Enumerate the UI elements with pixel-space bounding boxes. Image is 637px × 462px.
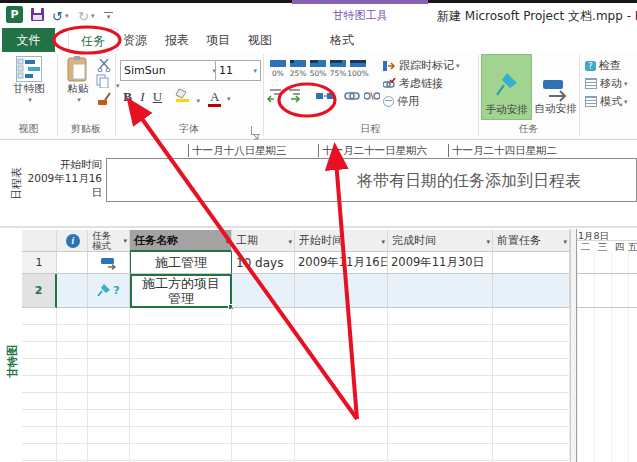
- move-icon: [585, 78, 597, 89]
- save-icon[interactable]: [31, 8, 44, 21]
- gantt-chart-body[interactable]: [577, 252, 637, 462]
- indent-task-button[interactable]: [287, 88, 304, 106]
- empty-task-grid[interactable]: [22, 308, 570, 461]
- row2-mode-cell[interactable]: ?: [88, 274, 130, 308]
- row2-predecessors-cell[interactable]: [493, 274, 570, 308]
- gantt-button-label: 甘特图: [13, 82, 45, 96]
- split-task-button[interactable]: [316, 90, 334, 105]
- percent-50-button[interactable]: 50%: [308, 58, 328, 78]
- active-task-name-cell[interactable]: 施工方的项目管理: [130, 274, 232, 308]
- unlink-icon: [364, 90, 380, 102]
- task-name-cell[interactable]: 施工管理: [130, 252, 232, 274]
- timescale-day: 四: [611, 241, 629, 252]
- row1-mode-cell[interactable]: [88, 252, 130, 274]
- undo-button[interactable]: ↺: [52, 7, 68, 25]
- task-finish-cell[interactable]: 2009年11月30日: [388, 252, 493, 274]
- dropdown-icon[interactable]: [484, 234, 490, 247]
- percent-25-button[interactable]: 25%: [288, 58, 308, 78]
- column-header-predecessors[interactable]: 前置任务: [493, 230, 570, 252]
- font-dialog-launcher-icon[interactable]: [251, 126, 260, 135]
- inspect-task-button[interactable]: ? 检查: [585, 58, 621, 73]
- ribbon-tab-bar: 文件 任务 资源 报表 项目 视图 格式: [0, 28, 637, 52]
- timescale-day: 三: [594, 241, 612, 252]
- font-name-combo[interactable]: SimSun: [120, 60, 220, 81]
- timeline-box[interactable]: 将带有日期的任务添加到日程表: [106, 158, 637, 202]
- task-duration-cell[interactable]: 10 days: [232, 252, 295, 274]
- row2-start-cell[interactable]: [295, 274, 388, 308]
- dropdown-icon[interactable]: [379, 234, 385, 247]
- format-painter-button[interactable]: [97, 91, 111, 110]
- tab-view[interactable]: 视图: [243, 28, 277, 52]
- info-icon: i: [66, 234, 80, 248]
- task-predecessors-cell[interactable]: [493, 252, 570, 274]
- underline-button[interactable]: U: [150, 89, 165, 105]
- tab-project[interactable]: 项目: [201, 28, 235, 52]
- respect-links-button[interactable]: 考虑链接: [383, 76, 443, 91]
- dropdown-icon[interactable]: [286, 234, 292, 247]
- link-tasks-button[interactable]: [344, 90, 360, 105]
- qat-customize-icon[interactable]: ▾: [104, 12, 113, 21]
- tab-resource[interactable]: 资源: [118, 28, 152, 52]
- timescale-day: 二: [577, 241, 595, 252]
- column-header-start[interactable]: 开始时间: [295, 230, 388, 252]
- link-icon: [344, 90, 360, 102]
- row-number[interactable]: 2: [22, 274, 57, 308]
- highlight-bucket-icon: [175, 87, 191, 103]
- row2-info-cell[interactable]: [57, 274, 88, 308]
- view-group-label: 视图: [0, 122, 57, 136]
- column-header-duration[interactable]: 工期: [232, 230, 295, 252]
- task-mode-button[interactable]: 模式: [585, 94, 628, 109]
- dropdown-icon[interactable]: [121, 235, 127, 246]
- outdent-task-button[interactable]: [266, 88, 283, 106]
- manually-schedule-button[interactable]: 手动安排: [481, 54, 532, 120]
- percent-75-button[interactable]: 75%: [328, 58, 348, 78]
- project-app-icon: P: [6, 6, 23, 23]
- manual-schedule-label: 手动安排: [486, 103, 528, 117]
- tasks-group-label: 任务: [478, 122, 579, 136]
- column-header-mode[interactable]: 任务模式: [88, 230, 130, 252]
- dropdown-icon[interactable]: [223, 234, 229, 247]
- font-size-combo[interactable]: 11: [215, 60, 261, 81]
- select-all-corner[interactable]: [22, 230, 57, 252]
- paste-icon: [67, 56, 89, 82]
- font-color-button[interactable]: A: [208, 89, 230, 105]
- unlink-tasks-button[interactable]: [364, 90, 380, 105]
- copy-icon: [96, 74, 109, 88]
- row2-finish-cell[interactable]: [388, 274, 493, 308]
- auto-scheduled-icon: [100, 256, 118, 270]
- tab-format[interactable]: 格式: [318, 28, 366, 52]
- row-number[interactable]: 1: [22, 252, 57, 274]
- bold-button[interactable]: B: [120, 89, 135, 105]
- tab-task[interactable]: 任务: [68, 28, 118, 53]
- gantt-chart-view-button[interactable]: 甘特图: [8, 56, 50, 104]
- font-name-value: SimSun: [124, 64, 166, 77]
- percent-100-button[interactable]: 100%: [348, 58, 368, 78]
- tab-file[interactable]: 文件: [2, 28, 55, 52]
- format-painter-icon: [97, 92, 111, 106]
- column-header-name[interactable]: 任务名称: [130, 230, 232, 252]
- horizontal-splitter[interactable]: [0, 226, 637, 228]
- highlight-color-button[interactable]: [175, 87, 200, 106]
- italic-button[interactable]: I: [135, 89, 150, 105]
- inactivate-icon: [383, 96, 394, 107]
- timeline-placeholder: 将带有日期的任务添加到日程表: [357, 171, 581, 192]
- task-start-cell[interactable]: 2009年11月16日: [295, 252, 388, 274]
- move-task-button[interactable]: 移动: [585, 76, 628, 91]
- schedule-group-label: 日程: [263, 122, 478, 136]
- redo-button[interactable]: ↻: [78, 7, 94, 25]
- column-header-finish[interactable]: 完成时间: [388, 230, 493, 252]
- percent-0-button[interactable]: 0%: [268, 58, 288, 78]
- column-header-info[interactable]: i: [57, 230, 88, 252]
- auto-schedule-button[interactable]: 自动安排: [532, 54, 579, 118]
- dropdown-icon[interactable]: [561, 234, 567, 247]
- tab-report[interactable]: 报表: [160, 28, 194, 52]
- inactivate-button[interactable]: 停用: [383, 94, 419, 109]
- paste-button[interactable]: 粘贴: [62, 56, 94, 104]
- mark-on-track-button[interactable]: 跟踪时标记: [383, 58, 460, 73]
- window-title: 新建 Microsoft Project 文档.mpp - Project Pr…: [437, 8, 637, 25]
- row2-duration-cell[interactable]: [232, 274, 295, 308]
- vertical-splitter[interactable]: [570, 229, 577, 462]
- copy-button[interactable]: [96, 73, 120, 92]
- timeline-date-tick: 十一月二十一日星期六: [318, 144, 427, 157]
- row1-info-cell[interactable]: [57, 252, 88, 274]
